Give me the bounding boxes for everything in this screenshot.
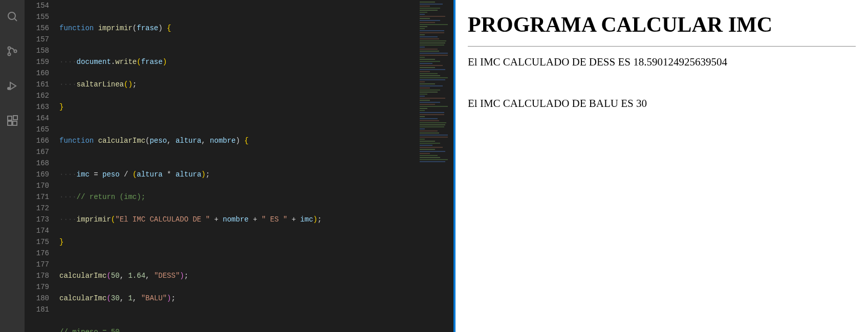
line-number: 173 <box>25 214 49 225</box>
line-number: 155 <box>25 11 49 23</box>
line-number: 172 <box>25 203 49 214</box>
run-debug-icon[interactable] <box>0 74 25 98</box>
svg-point-4 <box>14 50 17 53</box>
line-number: 162 <box>25 90 49 101</box>
output-line-2: El IMC CALCULADO DE BALU ES 30 <box>468 97 856 110</box>
activity-bar <box>0 0 25 332</box>
line-number: 161 <box>25 79 49 90</box>
line-number: 167 <box>25 146 49 158</box>
line-number: 179 <box>25 281 49 293</box>
line-number: 165 <box>25 124 49 135</box>
svg-marker-5 <box>10 82 16 90</box>
line-number: 154 <box>25 0 49 11</box>
search-icon[interactable] <box>0 4 25 29</box>
line-number: 160 <box>25 68 49 79</box>
code-content[interactable]: function imprimir(frase) { ····document.… <box>59 0 453 332</box>
line-number: 171 <box>25 191 49 203</box>
svg-rect-7 <box>8 116 12 120</box>
output-line-1: El IMC CALCULADO DE DESS ES 18.590124925… <box>468 56 856 69</box>
line-number: 180 <box>25 293 49 304</box>
svg-line-1 <box>15 19 17 21</box>
minimap[interactable] <box>418 0 453 332</box>
line-number: 178 <box>25 270 49 281</box>
page-title: PROGRAMA CALCULAR IMC <box>468 12 856 37</box>
svg-rect-10 <box>13 116 17 120</box>
output-panel: PROGRAMA CALCULAR IMC El IMC CALCULADO D… <box>453 0 868 332</box>
line-number: 164 <box>25 113 49 124</box>
svg-rect-8 <box>8 121 12 125</box>
svg-point-6 <box>8 87 10 90</box>
svg-point-2 <box>8 47 11 50</box>
line-number-gutter: 1541551561571581591601611621631641651661… <box>25 0 59 332</box>
line-number: 181 <box>25 304 49 315</box>
line-number: 166 <box>25 135 49 146</box>
svg-rect-9 <box>13 121 17 125</box>
extensions-icon[interactable] <box>0 108 25 133</box>
line-number: 159 <box>25 56 49 68</box>
line-number: 168 <box>25 158 49 169</box>
line-number: 176 <box>25 248 49 259</box>
line-number: 169 <box>25 169 49 180</box>
divider <box>468 46 856 47</box>
line-number: 157 <box>25 34 49 45</box>
line-number: 170 <box>25 180 49 191</box>
line-number: 158 <box>25 45 49 56</box>
code-editor[interactable]: 1541551561571581591601611621631641651661… <box>25 0 453 332</box>
svg-point-3 <box>8 53 11 56</box>
line-number: 174 <box>25 225 49 236</box>
source-control-icon[interactable] <box>0 39 25 63</box>
line-number: 177 <box>25 259 49 270</box>
line-number: 163 <box>25 101 49 113</box>
line-number: 156 <box>25 23 49 34</box>
svg-point-0 <box>8 12 15 19</box>
line-number: 175 <box>25 236 49 248</box>
